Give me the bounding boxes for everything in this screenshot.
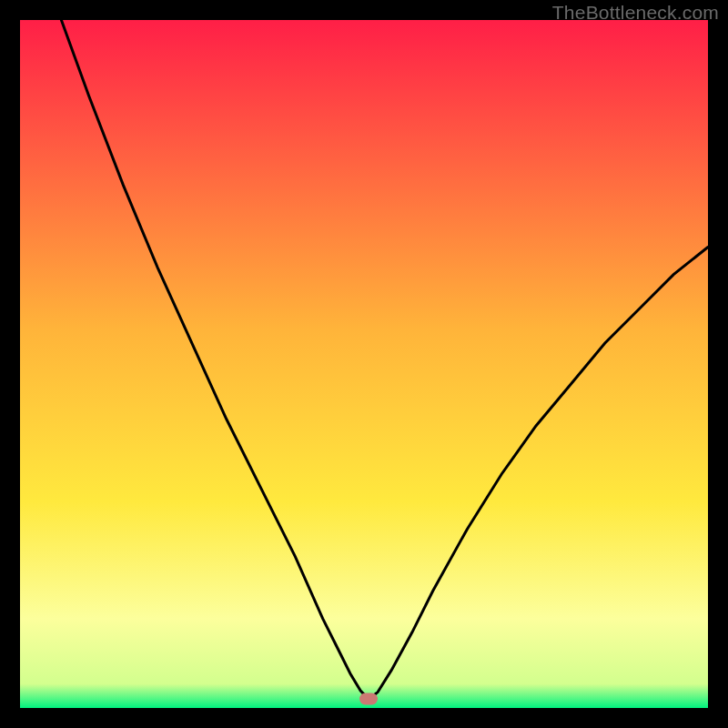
- chart-frame: TheBottleneck.com: [0, 0, 728, 728]
- bottleneck-curve: [20, 20, 708, 708]
- watermark-text: TheBottleneck.com: [552, 2, 719, 24]
- plot-area: [20, 20, 708, 708]
- minimum-marker: [359, 693, 378, 705]
